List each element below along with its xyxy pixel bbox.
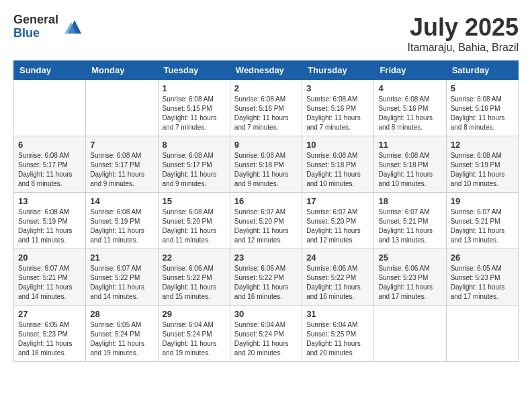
day-number: 29 (163, 309, 226, 319)
calendar-week-row: 20Sunrise: 6:07 AM Sunset: 5:21 PM Dayli… (14, 249, 519, 306)
day-number: 5 (451, 83, 514, 93)
day-info: Sunrise: 6:04 AM Sunset: 5:24 PM Dayligh… (163, 320, 226, 358)
day-info: Sunrise: 6:08 AM Sunset: 5:16 PM Dayligh… (306, 95, 369, 132)
calendar-cell: 10Sunrise: 6:08 AM Sunset: 5:18 PM Dayli… (302, 136, 374, 193)
calendar-cell: 11Sunrise: 6:08 AM Sunset: 5:18 PM Dayli… (374, 136, 446, 193)
col-header-wednesday: Wednesday (230, 61, 302, 80)
day-info: Sunrise: 6:07 AM Sunset: 5:20 PM Dayligh… (306, 208, 369, 245)
day-info: Sunrise: 6:08 AM Sunset: 5:19 PM Dayligh… (451, 151, 514, 189)
calendar-cell: 12Sunrise: 6:08 AM Sunset: 5:19 PM Dayli… (446, 136, 518, 193)
logo: General Blue (13, 13, 81, 40)
day-number: 30 (234, 309, 298, 319)
day-info: Sunrise: 6:07 AM Sunset: 5:21 PM Dayligh… (451, 208, 514, 245)
calendar-cell: 17Sunrise: 6:07 AM Sunset: 5:20 PM Dayli… (302, 193, 374, 249)
day-number: 26 (451, 253, 514, 263)
day-info: Sunrise: 6:08 AM Sunset: 5:15 PM Dayligh… (163, 95, 226, 132)
calendar-cell: 20Sunrise: 6:07 AM Sunset: 5:21 PM Dayli… (14, 249, 86, 306)
day-info: Sunrise: 6:08 AM Sunset: 5:16 PM Dayligh… (451, 95, 514, 132)
day-number: 27 (18, 309, 81, 319)
day-number: 25 (378, 253, 441, 263)
calendar-cell: 24Sunrise: 6:06 AM Sunset: 5:22 PM Dayli… (302, 249, 374, 306)
calendar-cell: 9Sunrise: 6:08 AM Sunset: 5:18 PM Daylig… (230, 136, 302, 193)
page-header: General Blue July 2025 Itamaraju, Bahia,… (13, 13, 519, 54)
calendar-cell: 6Sunrise: 6:08 AM Sunset: 5:17 PM Daylig… (14, 136, 86, 193)
location-title: Itamaraju, Bahia, Brazil (408, 42, 519, 54)
day-info: Sunrise: 6:08 AM Sunset: 5:20 PM Dayligh… (163, 208, 226, 245)
calendar-cell (86, 80, 158, 136)
col-header-saturday: Saturday (446, 61, 518, 80)
day-info: Sunrise: 6:08 AM Sunset: 5:16 PM Dayligh… (234, 95, 298, 132)
calendar-cell (446, 306, 518, 362)
calendar-cell: 8Sunrise: 6:08 AM Sunset: 5:17 PM Daylig… (158, 136, 230, 193)
day-info: Sunrise: 6:05 AM Sunset: 5:23 PM Dayligh… (451, 264, 514, 302)
calendar-week-row: 13Sunrise: 6:08 AM Sunset: 5:19 PM Dayli… (14, 193, 519, 249)
day-number: 7 (90, 140, 153, 150)
day-number: 8 (163, 140, 226, 150)
day-number: 15 (163, 196, 226, 206)
calendar-cell: 26Sunrise: 6:05 AM Sunset: 5:23 PM Dayli… (446, 249, 518, 306)
col-header-tuesday: Tuesday (158, 61, 230, 80)
col-header-friday: Friday (374, 61, 446, 80)
day-number: 14 (90, 196, 153, 206)
day-info: Sunrise: 6:08 AM Sunset: 5:17 PM Dayligh… (18, 151, 81, 189)
calendar-cell (14, 80, 86, 136)
day-number: 18 (378, 196, 441, 206)
calendar-cell: 23Sunrise: 6:06 AM Sunset: 5:22 PM Dayli… (230, 249, 302, 306)
calendar-week-row: 1Sunrise: 6:08 AM Sunset: 5:15 PM Daylig… (14, 80, 519, 136)
day-info: Sunrise: 6:05 AM Sunset: 5:24 PM Dayligh… (90, 320, 153, 358)
day-number: 10 (306, 140, 369, 150)
logo-blue-text: Blue (13, 27, 58, 40)
calendar-cell: 19Sunrise: 6:07 AM Sunset: 5:21 PM Dayli… (446, 193, 518, 249)
day-info: Sunrise: 6:06 AM Sunset: 5:22 PM Dayligh… (306, 264, 369, 302)
calendar-cell: 22Sunrise: 6:06 AM Sunset: 5:22 PM Dayli… (158, 249, 230, 306)
day-info: Sunrise: 6:07 AM Sunset: 5:20 PM Dayligh… (234, 208, 298, 245)
calendar-cell: 1Sunrise: 6:08 AM Sunset: 5:15 PM Daylig… (158, 80, 230, 136)
calendar-cell: 7Sunrise: 6:08 AM Sunset: 5:17 PM Daylig… (86, 136, 158, 193)
col-header-monday: Monday (86, 61, 158, 80)
calendar-cell (374, 306, 446, 362)
calendar-cell: 16Sunrise: 6:07 AM Sunset: 5:20 PM Dayli… (230, 193, 302, 249)
calendar-cell: 4Sunrise: 6:08 AM Sunset: 5:16 PM Daylig… (374, 80, 446, 136)
day-number: 28 (90, 309, 153, 319)
day-number: 16 (234, 196, 298, 206)
day-number: 17 (306, 196, 369, 206)
day-number: 13 (18, 196, 81, 206)
calendar-week-row: 6Sunrise: 6:08 AM Sunset: 5:17 PM Daylig… (14, 136, 519, 193)
day-info: Sunrise: 6:06 AM Sunset: 5:22 PM Dayligh… (163, 264, 226, 302)
calendar-cell: 29Sunrise: 6:04 AM Sunset: 5:24 PM Dayli… (158, 306, 230, 362)
day-info: Sunrise: 6:08 AM Sunset: 5:18 PM Dayligh… (306, 151, 369, 189)
day-info: Sunrise: 6:04 AM Sunset: 5:25 PM Dayligh… (306, 320, 369, 358)
col-header-sunday: Sunday (14, 61, 86, 80)
day-info: Sunrise: 6:08 AM Sunset: 5:16 PM Dayligh… (378, 95, 441, 132)
day-number: 2 (234, 83, 298, 93)
day-info: Sunrise: 6:04 AM Sunset: 5:24 PM Dayligh… (234, 320, 298, 358)
day-number: 1 (163, 83, 226, 93)
day-number: 24 (306, 253, 369, 263)
calendar-cell: 30Sunrise: 6:04 AM Sunset: 5:24 PM Dayli… (230, 306, 302, 362)
logo-icon (61, 17, 81, 37)
calendar-week-row: 27Sunrise: 6:05 AM Sunset: 5:23 PM Dayli… (14, 306, 519, 362)
day-number: 4 (378, 83, 441, 93)
day-number: 6 (18, 140, 81, 150)
calendar-header-row: SundayMondayTuesdayWednesdayThursdayFrid… (14, 61, 519, 80)
calendar-table: SundayMondayTuesdayWednesdayThursdayFrid… (13, 60, 519, 362)
day-number: 11 (378, 140, 441, 150)
day-info: Sunrise: 6:08 AM Sunset: 5:19 PM Dayligh… (18, 208, 81, 245)
day-info: Sunrise: 6:06 AM Sunset: 5:22 PM Dayligh… (234, 264, 298, 302)
calendar-cell: 28Sunrise: 6:05 AM Sunset: 5:24 PM Dayli… (86, 306, 158, 362)
calendar-cell: 21Sunrise: 6:07 AM Sunset: 5:22 PM Dayli… (86, 249, 158, 306)
day-number: 12 (451, 140, 514, 150)
day-info: Sunrise: 6:07 AM Sunset: 5:22 PM Dayligh… (90, 264, 153, 302)
day-number: 23 (234, 253, 298, 263)
day-number: 21 (90, 253, 153, 263)
day-number: 31 (306, 309, 369, 319)
month-title: July 2025 (408, 13, 519, 42)
day-info: Sunrise: 6:08 AM Sunset: 5:19 PM Dayligh… (90, 208, 153, 245)
calendar-cell: 13Sunrise: 6:08 AM Sunset: 5:19 PM Dayli… (14, 193, 86, 249)
day-info: Sunrise: 6:07 AM Sunset: 5:21 PM Dayligh… (378, 208, 441, 245)
day-info: Sunrise: 6:06 AM Sunset: 5:23 PM Dayligh… (378, 264, 441, 302)
day-number: 3 (306, 83, 369, 93)
calendar-cell: 27Sunrise: 6:05 AM Sunset: 5:23 PM Dayli… (14, 306, 86, 362)
day-info: Sunrise: 6:07 AM Sunset: 5:21 PM Dayligh… (18, 264, 81, 302)
calendar-cell: 15Sunrise: 6:08 AM Sunset: 5:20 PM Dayli… (158, 193, 230, 249)
